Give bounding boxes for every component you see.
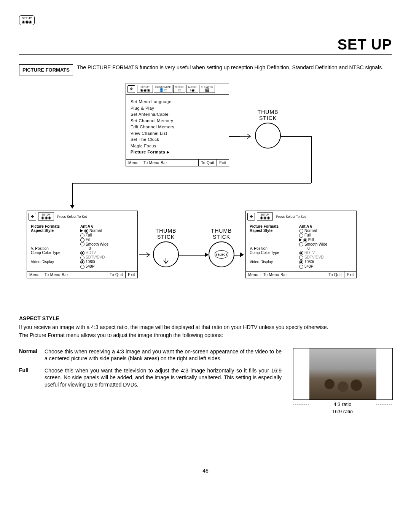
ratio-figure: 4:3 ratio 16:9 ratio bbox=[293, 348, 392, 414]
opt-540p[interactable]: 540P bbox=[299, 264, 352, 269]
opt-sdtv[interactable]: SDTV/DVD bbox=[80, 255, 134, 260]
footer-exit: Exit bbox=[126, 272, 137, 278]
joystick-icon: ✥ bbox=[29, 213, 36, 220]
sub-header-text: Press Select To Set bbox=[57, 215, 87, 219]
aspect-heading: ASPECT STYLE bbox=[19, 315, 392, 321]
tab-setup-small: SETUP◉◉◉ bbox=[257, 212, 273, 220]
opt-1080i[interactable]: 1080i bbox=[80, 260, 134, 264]
main-menu-panel: ✥ SETUP◉◉◉ CUSTOMIZE👤▭ VIDEO▭ AUDIO♪◉ TH… bbox=[126, 83, 229, 166]
menu-footer: Menu To Menu Bar To Quit Exit bbox=[246, 271, 356, 278]
vpos-value: 0 bbox=[299, 246, 352, 251]
ratio-inner-image bbox=[309, 348, 376, 399]
menu-footer: Menu To Menu Bar To Quit Exit bbox=[126, 159, 229, 166]
sub-header-text: Press Select To Set bbox=[276, 215, 306, 219]
menu-item[interactable]: Edit Channel Memory bbox=[131, 124, 224, 130]
radio-empty-icon bbox=[299, 265, 303, 269]
comp-label: Comp Color Type bbox=[250, 251, 299, 255]
arrow-into-thumb-1 bbox=[240, 133, 254, 139]
opt-normal[interactable]: Normal bbox=[80, 228, 134, 233]
theater-tab-icon: 🎬 bbox=[205, 88, 209, 92]
menu-item[interactable]: Magic Focus bbox=[131, 143, 224, 149]
tab-audio[interactable]: AUDIO♪◉ bbox=[186, 85, 198, 93]
opt-normal[interactable]: Normal bbox=[299, 228, 352, 233]
thumb-label: THUMB bbox=[255, 109, 281, 115]
tab-theater[interactable]: THEATER🎬 bbox=[199, 85, 215, 93]
tab-customize[interactable]: CUSTOMIZE👤▭ bbox=[154, 85, 172, 93]
audio-tab-icon: ♪◉ bbox=[190, 88, 195, 92]
sub-title: Picture Formats bbox=[250, 224, 299, 228]
ratio-43-row: 4:3 ratio bbox=[293, 401, 392, 407]
video-tab-icon: ▭ bbox=[178, 88, 181, 92]
connector-line bbox=[179, 255, 206, 256]
tab-video[interactable]: VIDEO▭ bbox=[173, 85, 185, 93]
thumbstick-2: THUMB STICK bbox=[153, 228, 179, 267]
joystick-icon: ✥ bbox=[127, 85, 135, 93]
ratio-169-label: 16:9 ratio bbox=[330, 409, 355, 414]
tab-setup[interactable]: SETUP◉◉◉ bbox=[137, 85, 153, 93]
arrow-right-icon bbox=[240, 252, 244, 257]
menu-item[interactable]: View Channel List bbox=[131, 130, 224, 137]
connector-line bbox=[72, 183, 73, 206]
sub-body-right: Picture FormatsAnt A 6 Aspect StyleNorma… bbox=[246, 222, 356, 271]
radio-empty-icon bbox=[80, 242, 84, 246]
vpos-label: V. Position bbox=[250, 246, 299, 251]
radio-empty-icon bbox=[80, 233, 84, 238]
sub-header-row: ✥ SETUP◉◉◉ Press Select To Set bbox=[27, 211, 137, 222]
opt-540p[interactable]: 540P bbox=[80, 264, 134, 269]
joystick-icon: ✥ bbox=[247, 213, 255, 220]
aspect-style-label: Aspect Style bbox=[31, 228, 80, 233]
options-row: Normal Choose this when receiving a 4:3 … bbox=[19, 348, 392, 414]
aspect-style-section: ASPECT STYLE If you receive an image wit… bbox=[19, 315, 392, 414]
opt-smooth[interactable]: Smooth Wide bbox=[80, 242, 134, 247]
menu-item[interactable]: Plug & Play bbox=[131, 105, 224, 112]
radio-filled-icon bbox=[303, 238, 307, 242]
opt-smooth[interactable]: Smooth Wide bbox=[299, 242, 352, 247]
arrow-right-icon bbox=[205, 252, 209, 257]
opt-sdtv[interactable]: SDTV/DVD bbox=[299, 255, 352, 260]
thumb-label: STICK bbox=[153, 234, 179, 240]
down-arrow-icon bbox=[154, 242, 178, 267]
thumbstick-circle[interactable] bbox=[255, 123, 281, 149]
ratio-43-label: 4:3 ratio bbox=[331, 401, 354, 407]
arrow-into-thumb-2 bbox=[139, 252, 153, 258]
dash-line bbox=[376, 404, 392, 404]
option-desc: Choose this when you want the television… bbox=[45, 367, 282, 388]
option-full: Full Choose this when you want the telev… bbox=[19, 367, 282, 388]
thumbstick-3: THUMB STICK SELECT bbox=[209, 228, 234, 267]
select-button[interactable]: SELECT bbox=[215, 250, 228, 259]
menu-item[interactable]: Set Antenna/Cable bbox=[131, 111, 224, 118]
menu-item[interactable]: Set Channel Memory bbox=[131, 118, 224, 124]
option-desc: Choose this when receiving a 4:3 image a… bbox=[45, 348, 282, 362]
arrow-right-icon bbox=[299, 238, 302, 241]
menu-item[interactable]: Set Menu Language bbox=[131, 99, 224, 105]
thumbstick-circle-select[interactable]: SELECT bbox=[209, 241, 234, 267]
arrow-right-icon bbox=[80, 229, 83, 232]
opt-full[interactable]: Full bbox=[299, 233, 352, 238]
footer-toquit: To Quit bbox=[326, 272, 344, 278]
aspect-intro-1: If you receive an image with a 4:3 aspec… bbox=[19, 324, 392, 331]
opt-hdtv[interactable]: HDTV bbox=[80, 251, 134, 255]
thumb-label: STICK bbox=[209, 234, 234, 240]
menu-item-selected[interactable]: Picture Formats bbox=[131, 149, 224, 155]
dash-line bbox=[293, 404, 309, 404]
intro-text: The PICTURE FORMATS function is very use… bbox=[77, 64, 392, 70]
opt-full[interactable]: Full bbox=[80, 233, 134, 238]
page-header: SETUP ◉◉◉ bbox=[19, 15, 392, 25]
opt-1080i[interactable]: 1080i bbox=[299, 260, 352, 264]
thumbstick-circle[interactable] bbox=[153, 241, 179, 267]
opt-hdtv[interactable]: HDTV bbox=[299, 251, 352, 255]
menu-item[interactable]: Set The Clock bbox=[131, 136, 224, 143]
opt-fill-selected[interactable]: Fill bbox=[299, 238, 352, 242]
radio-empty-icon bbox=[299, 229, 303, 233]
radio-empty-icon bbox=[299, 242, 303, 246]
opt-fill[interactable]: Fill bbox=[80, 238, 134, 242]
submenu-panel-left: ✥ SETUP◉◉◉ Press Select To Set Picture F… bbox=[27, 211, 138, 278]
arrow-down-icon bbox=[70, 205, 75, 209]
vdisp-label: Video Display bbox=[31, 260, 80, 264]
page-title: SET UP bbox=[19, 37, 392, 55]
radio-filled-icon bbox=[80, 260, 84, 264]
radio-empty-icon bbox=[299, 233, 303, 238]
footer-menu: Menu bbox=[126, 160, 141, 166]
footer-tobar: To Menu Bar bbox=[261, 272, 326, 278]
radio-empty-icon bbox=[80, 238, 84, 242]
